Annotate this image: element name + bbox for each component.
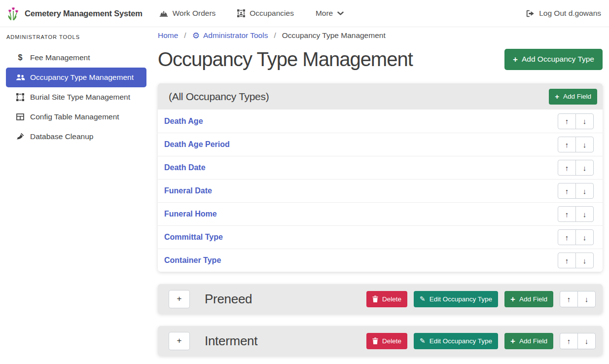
- add-field-button[interactable]: + Add Field: [504, 333, 553, 349]
- breadcrumb-administrator-tools[interactable]: ⚙ Administrator Tools: [192, 31, 268, 40]
- breadcrumb-current: Occupancy Type Management: [282, 31, 386, 40]
- section-interment: + Interment Delete ✎ Edit Occu: [158, 326, 603, 356]
- logout-label: Log Out d.gowans: [539, 9, 601, 18]
- section-actions: Delete ✎ Edit Occupancy Type + Add Field…: [366, 333, 596, 349]
- plus-icon: +: [177, 336, 182, 346]
- section-actions: Delete ✎ Edit Occupancy Type + Add Field…: [366, 291, 596, 307]
- section-title: Preneed: [205, 291, 252, 307]
- sidebar-item-label: Fee Management: [30, 53, 90, 62]
- reorder-buttons: ↑ ↓: [558, 229, 594, 245]
- move-down-button[interactable]: ↓: [577, 291, 596, 307]
- move-down-button[interactable]: ↓: [575, 229, 594, 245]
- move-up-button[interactable]: ↑: [558, 160, 576, 176]
- breadcrumb-admin-label: Administrator Tools: [203, 31, 268, 40]
- field-link[interactable]: Container Type: [164, 256, 221, 265]
- table-row: Death Date ↑ ↓: [158, 156, 603, 179]
- move-down-button[interactable]: ↓: [575, 253, 594, 268]
- add-field-label: Add Field: [563, 93, 591, 100]
- reorder-buttons: ↑ ↓: [558, 253, 594, 268]
- nav-occupancies[interactable]: Occupancies: [237, 9, 294, 18]
- sidebar-item-database-cleanup[interactable]: Database Cleanup: [6, 127, 146, 146]
- nav-more[interactable]: More: [316, 9, 344, 18]
- expand-button[interactable]: +: [169, 332, 190, 350]
- section-preneed: + Preneed Delete ✎ Edit Occupa: [158, 284, 603, 314]
- sidebar: Administrator Tools $ Fee Management Occ…: [0, 27, 152, 146]
- field-link[interactable]: Death Age: [164, 117, 203, 126]
- plus-icon: +: [510, 337, 515, 345]
- arrow-down-icon: ↓: [583, 256, 587, 265]
- nav-more-label: More: [316, 9, 333, 18]
- edit-occupancy-type-button[interactable]: ✎ Edit Occupancy Type: [414, 333, 498, 349]
- move-down-button[interactable]: ↓: [575, 137, 594, 152]
- breadcrumb-home[interactable]: Home: [158, 31, 178, 40]
- field-link[interactable]: Committal Type: [164, 233, 223, 242]
- move-up-button[interactable]: ↑: [558, 253, 576, 268]
- field-link[interactable]: Death Date: [164, 163, 206, 172]
- brand[interactable]: Cemetery Management System: [7, 6, 143, 21]
- arrow-down-icon: ↓: [583, 187, 587, 195]
- sidebar-item-config-table-management[interactable]: Config Table Management: [6, 107, 146, 127]
- logout-button[interactable]: Log Out d.gowans: [526, 9, 601, 18]
- field-link[interactable]: Funeral Date: [164, 186, 212, 195]
- sidebar-item-label: Occupancy Type Management: [30, 73, 134, 82]
- move-down-button[interactable]: ↓: [577, 333, 596, 349]
- move-up-button[interactable]: ↑: [558, 229, 576, 245]
- reorder-buttons: ↑ ↓: [558, 206, 594, 222]
- add-occupancy-type-button[interactable]: + Add Occupancy Type: [504, 49, 603, 70]
- add-field-button[interactable]: + Add Field: [504, 291, 553, 307]
- arrow-down-icon: ↓: [583, 117, 587, 125]
- reorder-buttons: ↑ ↓: [560, 291, 596, 307]
- sidebar-item-burial-site-type-management[interactable]: Burial Site Type Management: [6, 87, 146, 107]
- breadcrumb-home-label: Home: [158, 31, 178, 40]
- all-occupancy-types-card: (All Occupancy Types) + Add Field Death …: [158, 83, 603, 272]
- delete-button[interactable]: Delete: [366, 333, 407, 349]
- arrow-down-icon: ↓: [585, 295, 589, 303]
- tulip-logo-icon: [7, 6, 20, 21]
- title-row: Occupancy Type Management + Add Occupanc…: [158, 47, 603, 71]
- edit-occupancy-type-button[interactable]: ✎ Edit Occupancy Type: [414, 291, 498, 307]
- breadcrumb-separator: /: [184, 31, 186, 40]
- add-field-label: Add Field: [519, 337, 547, 345]
- nav-work-orders-label: Work Orders: [173, 9, 216, 18]
- breadcrumb: Home / ⚙ Administrator Tools / Occupancy…: [158, 31, 603, 40]
- move-up-button[interactable]: ↑: [558, 183, 576, 199]
- sidebar-item-label: Burial Site Type Management: [30, 93, 130, 102]
- arrow-up-icon: ↑: [565, 256, 569, 265]
- add-field-button[interactable]: + Add Field: [549, 89, 597, 105]
- main-content: Home / ⚙ Administrator Tools / Occupancy…: [152, 27, 609, 356]
- expand-button[interactable]: +: [169, 290, 190, 308]
- move-up-button[interactable]: ↑: [558, 137, 576, 152]
- move-up-button[interactable]: ↑: [560, 333, 578, 349]
- table-row: Committal Type ↑ ↓: [158, 225, 603, 249]
- move-down-button[interactable]: ↓: [575, 113, 594, 129]
- sidebar-item-fee-management[interactable]: $ Fee Management: [6, 48, 146, 68]
- edit-label: Edit Occupancy Type: [430, 295, 492, 303]
- move-up-button[interactable]: ↑: [558, 206, 576, 222]
- field-link[interactable]: Funeral Home: [164, 210, 217, 218]
- move-up-button[interactable]: ↑: [560, 291, 578, 307]
- arrow-up-icon: ↑: [565, 117, 569, 125]
- move-down-button[interactable]: ↓: [575, 160, 594, 176]
- arrow-down-icon: ↓: [585, 337, 589, 345]
- sidebar-item-occupancy-type-management[interactable]: Occupancy Type Management: [6, 68, 146, 87]
- sidebar-item-label: Database Cleanup: [30, 132, 93, 141]
- table-row: Container Type ↑ ↓: [158, 249, 603, 272]
- nav-work-orders[interactable]: Work Orders: [159, 9, 216, 18]
- delete-button[interactable]: Delete: [366, 291, 407, 307]
- move-down-button[interactable]: ↓: [575, 206, 594, 222]
- arrow-up-icon: ↑: [567, 337, 571, 345]
- app-title: Cemetery Management System: [25, 9, 143, 18]
- top-navbar: Cemetery Management System Work Orders: [0, 0, 609, 27]
- arrow-up-icon: ↑: [565, 210, 569, 218]
- delete-label: Delete: [382, 337, 401, 345]
- edit-label: Edit Occupancy Type: [430, 337, 492, 345]
- users-icon: [15, 74, 26, 81]
- move-up-button[interactable]: ↑: [558, 113, 576, 129]
- page-title: Occupancy Type Management: [158, 47, 413, 71]
- table-row: Death Age ↑ ↓: [158, 109, 603, 133]
- move-down-button[interactable]: ↓: [575, 183, 594, 199]
- plus-icon: +: [177, 294, 182, 304]
- arrow-down-icon: ↓: [583, 164, 587, 172]
- breadcrumb-separator: /: [274, 31, 276, 40]
- field-link[interactable]: Death Age Period: [164, 140, 230, 149]
